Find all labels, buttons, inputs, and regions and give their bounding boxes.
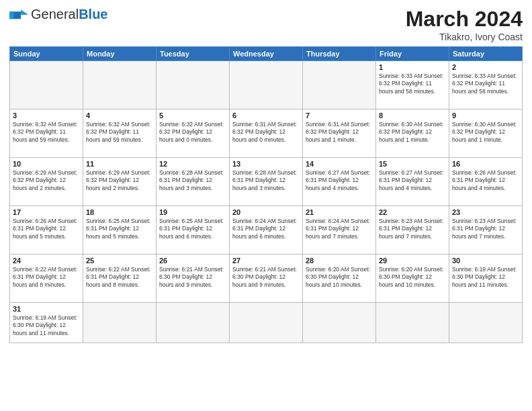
day-info: Sunrise: 6:32 AM Sunset: 6:32 PM Dayligh…	[86, 121, 153, 144]
calendar-day-cell	[449, 303, 523, 343]
calendar-day-cell: 23Sunrise: 6:23 AM Sunset: 6:31 PM Dayli…	[449, 206, 523, 255]
svg-marker-1	[21, 9, 28, 15]
calendar-day-cell: 1Sunrise: 6:33 AM Sunset: 6:32 PM Daylig…	[376, 61, 449, 109]
day-info: Sunrise: 6:24 AM Sunset: 6:31 PM Dayligh…	[306, 218, 373, 240]
day-number: 19	[159, 208, 226, 216]
calendar-day-cell: 17Sunrise: 6:26 AM Sunset: 6:31 PM Dayli…	[10, 206, 83, 255]
calendar-day-cell	[157, 61, 230, 109]
day-number: 6	[232, 111, 300, 120]
calendar-day-cell: 31Sunrise: 6:19 AM Sunset: 6:30 PM Dayli…	[10, 303, 83, 343]
calendar-week-row: 31Sunrise: 6:19 AM Sunset: 6:30 PM Dayli…	[10, 303, 523, 343]
day-number: 18	[86, 208, 153, 216]
calendar-day-cell: 7Sunrise: 6:31 AM Sunset: 6:32 PM Daylig…	[303, 109, 376, 158]
day-number: 4	[86, 111, 153, 120]
calendar-day-cell: 28Sunrise: 6:20 AM Sunset: 6:30 PM Dayli…	[303, 255, 376, 303]
day-info: Sunrise: 6:22 AM Sunset: 6:31 PM Dayligh…	[13, 266, 80, 289]
day-number: 16	[452, 160, 519, 168]
day-info: Sunrise: 6:32 AM Sunset: 6:32 PM Dayligh…	[13, 121, 80, 144]
day-number: 27	[232, 257, 300, 265]
day-number: 24	[13, 257, 80, 265]
calendar-week-row: 1Sunrise: 6:33 AM Sunset: 6:32 PM Daylig…	[10, 61, 523, 109]
day-number: 3	[13, 111, 80, 120]
day-info: Sunrise: 6:23 AM Sunset: 6:31 PM Dayligh…	[452, 218, 519, 240]
day-info: Sunrise: 6:31 AM Sunset: 6:32 PM Dayligh…	[306, 121, 373, 144]
day-info: Sunrise: 6:19 AM Sunset: 6:30 PM Dayligh…	[452, 266, 519, 289]
day-number: 12	[159, 160, 226, 168]
day-info: Sunrise: 6:23 AM Sunset: 6:31 PM Dayligh…	[379, 218, 446, 240]
day-number: 22	[379, 208, 446, 216]
weekday-header: Tuesday	[157, 47, 230, 61]
calendar-week-row: 3Sunrise: 6:32 AM Sunset: 6:32 PM Daylig…	[10, 109, 523, 158]
day-number: 23	[452, 208, 519, 216]
day-number: 1	[379, 63, 446, 71]
calendar-day-cell: 16Sunrise: 6:26 AM Sunset: 6:31 PM Dayli…	[449, 158, 523, 206]
day-number: 30	[452, 257, 519, 265]
calendar-day-cell: 12Sunrise: 6:28 AM Sunset: 6:31 PM Dayli…	[157, 158, 230, 206]
calendar-day-cell	[83, 303, 157, 343]
calendar-day-cell: 10Sunrise: 6:29 AM Sunset: 6:32 PM Dayli…	[10, 158, 83, 206]
logo-text: GeneralBlue	[31, 7, 108, 22]
calendar-title: March 2024	[406, 7, 523, 32]
calendar-day-cell	[83, 61, 157, 109]
calendar-subtitle: Tikakro, Ivory Coast	[406, 32, 523, 42]
calendar-day-cell: 26Sunrise: 6:21 AM Sunset: 6:30 PM Dayli…	[157, 255, 230, 303]
calendar-day-cell: 19Sunrise: 6:25 AM Sunset: 6:31 PM Dayli…	[157, 206, 230, 255]
weekday-header: Wednesday	[230, 47, 303, 61]
calendar-day-cell: 11Sunrise: 6:29 AM Sunset: 6:32 PM Dayli…	[83, 158, 157, 206]
day-number: 5	[159, 111, 226, 120]
calendar-day-cell: 15Sunrise: 6:27 AM Sunset: 6:31 PM Dayli…	[376, 158, 449, 206]
day-info: Sunrise: 6:25 AM Sunset: 6:31 PM Dayligh…	[86, 218, 153, 240]
svg-rect-2	[9, 11, 13, 19]
day-number: 8	[379, 111, 446, 120]
day-info: Sunrise: 6:29 AM Sunset: 6:32 PM Dayligh…	[13, 169, 80, 192]
day-number: 29	[379, 257, 446, 265]
calendar-day-cell	[10, 61, 83, 109]
calendar-day-cell: 4Sunrise: 6:32 AM Sunset: 6:32 PM Daylig…	[83, 109, 157, 158]
calendar-week-row: 10Sunrise: 6:29 AM Sunset: 6:32 PM Dayli…	[10, 158, 523, 206]
weekday-header: Saturday	[449, 47, 523, 61]
calendar-day-cell	[157, 303, 230, 343]
calendar-day-cell: 20Sunrise: 6:24 AM Sunset: 6:31 PM Dayli…	[230, 206, 303, 255]
day-number: 2	[452, 63, 519, 71]
day-info: Sunrise: 6:33 AM Sunset: 6:32 PM Dayligh…	[452, 73, 519, 95]
day-number: 31	[13, 305, 80, 313]
day-number: 26	[159, 257, 226, 265]
calendar-day-cell	[376, 303, 449, 343]
day-info: Sunrise: 6:28 AM Sunset: 6:31 PM Dayligh…	[159, 169, 226, 192]
calendar-day-cell	[303, 303, 376, 343]
day-info: Sunrise: 6:24 AM Sunset: 6:31 PM Dayligh…	[232, 218, 300, 240]
calendar-week-row: 24Sunrise: 6:22 AM Sunset: 6:31 PM Dayli…	[10, 255, 523, 303]
day-info: Sunrise: 6:21 AM Sunset: 6:30 PM Dayligh…	[232, 266, 300, 289]
weekday-header: Friday	[376, 47, 449, 61]
calendar-day-cell: 24Sunrise: 6:22 AM Sunset: 6:31 PM Dayli…	[10, 255, 83, 303]
day-info: Sunrise: 6:26 AM Sunset: 6:31 PM Dayligh…	[13, 218, 80, 240]
calendar-day-cell: 13Sunrise: 6:28 AM Sunset: 6:31 PM Dayli…	[230, 158, 303, 206]
day-info: Sunrise: 6:29 AM Sunset: 6:32 PM Dayligh…	[86, 169, 153, 192]
day-info: Sunrise: 6:22 AM Sunset: 6:31 PM Dayligh…	[86, 266, 153, 289]
calendar-day-cell: 30Sunrise: 6:19 AM Sunset: 6:30 PM Dayli…	[449, 255, 523, 303]
calendar-week-row: 17Sunrise: 6:26 AM Sunset: 6:31 PM Dayli…	[10, 206, 523, 255]
day-info: Sunrise: 6:19 AM Sunset: 6:30 PM Dayligh…	[13, 314, 80, 337]
calendar-day-cell: 27Sunrise: 6:21 AM Sunset: 6:30 PM Dayli…	[230, 255, 303, 303]
calendar-day-cell: 2Sunrise: 6:33 AM Sunset: 6:32 PM Daylig…	[449, 61, 523, 109]
day-info: Sunrise: 6:20 AM Sunset: 6:30 PM Dayligh…	[306, 266, 373, 289]
day-info: Sunrise: 6:21 AM Sunset: 6:30 PM Dayligh…	[159, 266, 226, 289]
day-number: 15	[379, 160, 446, 168]
day-info: Sunrise: 6:30 AM Sunset: 6:32 PM Dayligh…	[379, 121, 446, 144]
day-number: 14	[306, 160, 373, 168]
calendar-day-cell	[230, 61, 303, 109]
calendar-day-cell: 21Sunrise: 6:24 AM Sunset: 6:31 PM Dayli…	[303, 206, 376, 255]
day-number: 7	[306, 111, 373, 120]
calendar-day-cell: 9Sunrise: 6:30 AM Sunset: 6:32 PM Daylig…	[449, 109, 523, 158]
day-number: 20	[232, 208, 300, 216]
day-number: 13	[232, 160, 300, 168]
calendar-day-cell: 22Sunrise: 6:23 AM Sunset: 6:31 PM Dayli…	[376, 206, 449, 255]
day-info: Sunrise: 6:27 AM Sunset: 6:31 PM Dayligh…	[306, 169, 373, 192]
weekday-header: Sunday	[10, 47, 83, 61]
day-info: Sunrise: 6:32 AM Sunset: 6:32 PM Dayligh…	[159, 121, 226, 144]
day-number: 11	[86, 160, 153, 168]
title-area: March 2024 Tikakro, Ivory Coast	[406, 7, 523, 42]
day-info: Sunrise: 6:28 AM Sunset: 6:31 PM Dayligh…	[232, 169, 300, 192]
day-info: Sunrise: 6:25 AM Sunset: 6:31 PM Dayligh…	[159, 218, 226, 240]
day-number: 17	[13, 208, 80, 216]
